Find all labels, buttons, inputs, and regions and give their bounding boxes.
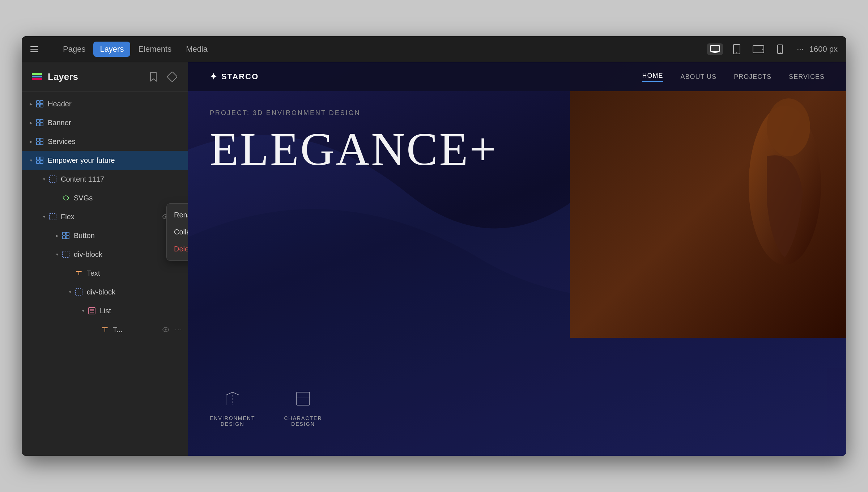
- chevron-button[interactable]: [54, 232, 61, 239]
- layer-header[interactable]: Header: [22, 94, 188, 113]
- sidebar: Layers: [22, 62, 188, 456]
- character-design-icon: [292, 388, 314, 410]
- chevron-banner[interactable]: [27, 119, 35, 126]
- chevron-header[interactable]: [27, 100, 35, 107]
- viewport-desktop[interactable]: [707, 43, 723, 55]
- svg-rect-22: [40, 138, 43, 141]
- svg-rect-2: [712, 52, 718, 53]
- svg-point-4: [736, 52, 737, 53]
- chevron-services[interactable]: [27, 138, 35, 145]
- nav-elements[interactable]: Elements: [132, 42, 178, 57]
- layer-divblock2-label: div-block: [87, 288, 184, 296]
- svg-rect-47: [297, 392, 310, 405]
- layers-logo-icon: [30, 70, 43, 83]
- chevron-list[interactable]: [80, 307, 87, 314]
- t-actions: ···: [161, 325, 184, 335]
- icon-character: CHARACTER DESIGN: [284, 388, 322, 427]
- layer-list-label: List: [100, 307, 184, 315]
- svg-rect-13: [37, 101, 39, 103]
- svg-rect-29: [50, 176, 56, 182]
- nav-home[interactable]: HOME: [642, 72, 663, 82]
- context-delete[interactable]: Delete: [167, 241, 188, 258]
- svg-rect-23: [37, 142, 39, 145]
- viewport-mobile[interactable]: [772, 43, 788, 55]
- svg-rect-10: [32, 76, 42, 77]
- preview-project-label: PROJECT: 3D ENVIRONMENT DESIGN: [210, 109, 361, 117]
- layer-svgs[interactable]: SVGs: [22, 188, 188, 207]
- layer-empower[interactable]: Empower your future: [22, 151, 188, 170]
- layer-list[interactable]: List: [22, 301, 188, 320]
- svg-icon: [61, 193, 71, 203]
- nav-pages[interactable]: Pages: [56, 42, 92, 57]
- preview-nav-links: HOME ABOUT US PROJECTS SERVICES: [642, 72, 825, 82]
- viewport-tablet-portrait[interactable]: [729, 43, 745, 55]
- svg-point-8: [780, 52, 780, 52]
- svg-rect-30: [50, 213, 56, 220]
- layer-content1117-label: Content 1117: [61, 175, 184, 183]
- preview-main-title: ELEGANCE+: [210, 122, 497, 176]
- svg-rect-16: [40, 104, 43, 107]
- chevron-flex[interactable]: [41, 213, 48, 220]
- eye-icon-t[interactable]: [161, 325, 171, 335]
- layer-divblock2[interactable]: div-block: [22, 283, 188, 301]
- layer-svgs-label: SVGs: [74, 194, 184, 202]
- svg-rect-34: [66, 232, 69, 235]
- svg-rect-15: [37, 104, 39, 107]
- layer-banner[interactable]: Banner: [22, 113, 188, 132]
- svg-rect-36: [66, 236, 69, 239]
- more-options-button[interactable]: ···: [797, 44, 803, 54]
- chevron-content[interactable]: [41, 175, 48, 183]
- layer-button[interactable]: Button: [22, 226, 188, 245]
- chevron-divblock1[interactable]: [54, 251, 61, 258]
- layout-icon-empower: [35, 155, 45, 165]
- chevron-divblock2[interactable]: [67, 288, 74, 296]
- text-icon: [74, 268, 84, 278]
- layer-tree: Header Banner: [22, 92, 188, 456]
- div-icon-flex: [48, 212, 58, 222]
- layer-content1117[interactable]: Content 1117: [22, 170, 188, 188]
- svg-rect-33: [63, 232, 65, 235]
- top-bar: Pages Layers Elements Media: [22, 36, 846, 62]
- layer-services[interactable]: Services: [22, 132, 188, 151]
- top-nav: Pages Layers Elements Media: [56, 42, 707, 57]
- svg-rect-28: [40, 161, 43, 164]
- nav-layers[interactable]: Layers: [93, 42, 130, 57]
- svg-rect-37: [63, 251, 69, 258]
- svg-rect-26: [40, 157, 43, 160]
- chevron-empower[interactable]: [27, 157, 35, 164]
- more-icon-t[interactable]: ···: [174, 325, 184, 335]
- app-window: Pages Layers Elements Media: [22, 36, 846, 456]
- viewport-tablet-landscape[interactable]: [750, 43, 766, 55]
- nav-media[interactable]: Media: [179, 42, 214, 57]
- nav-services[interactable]: SERVICES: [789, 73, 825, 81]
- context-collapse-all[interactable]: Collapse All: [167, 224, 188, 241]
- layer-text[interactable]: Text: [22, 264, 188, 283]
- svg-rect-21: [37, 138, 39, 141]
- svg-rect-12: [167, 72, 177, 82]
- svg-rect-38: [76, 289, 82, 295]
- svg-rect-9: [32, 78, 42, 80]
- div-icon-content: [48, 174, 58, 184]
- layer-header-label: Header: [48, 100, 184, 108]
- nav-about[interactable]: ABOUT US: [681, 73, 717, 81]
- sidebar-header: Layers: [22, 62, 188, 92]
- layer-flex[interactable]: Flex ···: [22, 207, 188, 226]
- diamond-button[interactable]: [165, 69, 179, 84]
- environment-label: ENVIRONMENT DESIGN: [210, 415, 255, 427]
- layer-empower-label: Empower your future: [48, 156, 184, 165]
- layer-t-item[interactable]: T... ···: [22, 320, 188, 339]
- layer-flex-label: Flex: [61, 213, 161, 221]
- svg-rect-24: [40, 142, 43, 145]
- logo-text: STARCO: [221, 72, 259, 81]
- website-preview: ✦ STARCO HOME ABOUT US PROJECTS SERVICES: [188, 62, 846, 456]
- context-rename[interactable]: Rename: [167, 207, 188, 224]
- environment-design-icon: [222, 388, 243, 410]
- layout-icon-button: [61, 230, 71, 241]
- layer-banner-label: Banner: [48, 119, 184, 127]
- sidebar-title: Layers: [48, 71, 142, 82]
- menu-icon[interactable]: [30, 42, 45, 56]
- bookmark-button[interactable]: [146, 69, 161, 84]
- svg-rect-18: [40, 119, 43, 122]
- nav-projects[interactable]: PROJECTS: [734, 73, 771, 81]
- layer-divblock1[interactable]: div-block: [22, 245, 188, 264]
